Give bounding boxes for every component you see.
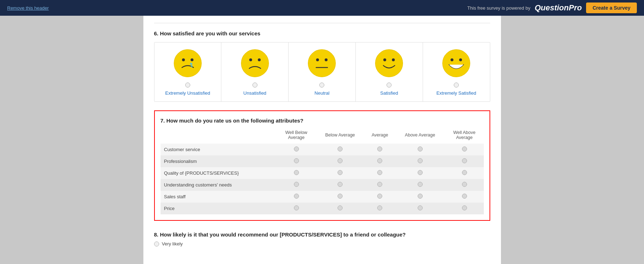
radio-r5-c4[interactable] [462, 205, 467, 210]
svg-point-17 [459, 58, 462, 61]
radio-r3-c1[interactable] [338, 182, 343, 187]
cell-r3-c2[interactable] [365, 179, 395, 191]
radio-satisfied[interactable] [387, 83, 392, 88]
radio-r2-c0[interactable] [294, 170, 299, 175]
radio-r3-c0[interactable] [294, 182, 299, 187]
radio-r1-c3[interactable] [418, 158, 423, 163]
cell-r3-c0[interactable] [277, 179, 315, 191]
question-8-label: 8. How likely is it that you would recom… [154, 231, 490, 238]
radio-r0-c4[interactable] [462, 146, 467, 151]
smiley-unsatisfied[interactable]: Unsatisfied [221, 43, 289, 101]
svg-point-14 [392, 58, 395, 61]
cell-r4-c1[interactable] [315, 191, 365, 203]
radio-r1-c1[interactable] [338, 158, 343, 163]
table-header-row: Well BelowAverage Below Average Average … [161, 129, 484, 144]
radio-r4-c2[interactable] [377, 194, 382, 199]
radio-r3-c4[interactable] [462, 182, 467, 187]
question-7-label: 7. How much do you rate us on the follow… [161, 118, 484, 124]
radio-r0-c3[interactable] [418, 146, 423, 151]
svg-point-13 [383, 58, 386, 61]
radio-r0-c0[interactable] [294, 146, 299, 151]
cell-r4-c2[interactable] [365, 191, 395, 203]
radio-r2-c3[interactable] [418, 170, 423, 175]
radio-r4-c4[interactable] [462, 194, 467, 199]
svg-point-0 [174, 50, 201, 77]
radio-r5-c2[interactable] [377, 205, 382, 210]
radio-r1-c4[interactable] [462, 158, 467, 163]
smiley-satisfied[interactable]: Satisfied [356, 43, 423, 101]
cell-r2-c2[interactable] [365, 167, 395, 179]
cell-r0-c0[interactable] [277, 144, 315, 155]
cell-r2-c0[interactable] [277, 167, 315, 179]
q8-option-very-likely[interactable]: Very likely [154, 241, 490, 246]
radio-extremely-satisfied[interactable] [454, 83, 459, 88]
cell-r4-c3[interactable] [395, 191, 445, 203]
table-row: Customer service [161, 144, 484, 155]
cell-r4-c0[interactable] [277, 191, 315, 203]
cell-r1-c1[interactable] [315, 155, 365, 167]
crying-face-icon [173, 49, 202, 78]
cell-r3-c4[interactable] [445, 179, 484, 191]
q8-option-label: Very likely [162, 241, 183, 246]
radio-very-likely[interactable] [154, 241, 159, 246]
header-bar: Remove this header This free survey is p… [0, 0, 644, 16]
label-neutral: Neutral [315, 90, 330, 96]
radio-r2-c1[interactable] [338, 170, 343, 175]
remove-header-link[interactable]: Remove this header [7, 5, 49, 11]
cell-r2-c1[interactable] [315, 167, 365, 179]
radio-r2-c2[interactable] [377, 170, 382, 175]
radio-r1-c0[interactable] [294, 158, 299, 163]
create-survey-button[interactable]: Create a Survey [586, 3, 637, 13]
cell-r5-c0[interactable] [277, 203, 315, 214]
radio-r2-c4[interactable] [462, 170, 467, 175]
cell-r3-c1[interactable] [315, 179, 365, 191]
cell-r1-c0[interactable] [277, 155, 315, 167]
brand-name: QuestionPro [535, 3, 582, 13]
cell-r1-c2[interactable] [365, 155, 395, 167]
svg-point-6 [249, 58, 252, 61]
radio-r3-c3[interactable] [418, 182, 423, 187]
cell-r0-c1[interactable] [315, 144, 365, 155]
cell-r1-c4[interactable] [445, 155, 484, 167]
svg-point-5 [241, 50, 269, 77]
cell-r5-c1[interactable] [315, 203, 365, 214]
smiley-extremely-satisfied[interactable]: Extremely Satisfied [423, 43, 490, 101]
main-content: 6. How satisfied are you with our servic… [143, 16, 501, 264]
radio-r5-c3[interactable] [418, 205, 423, 210]
radio-unsatisfied[interactable] [252, 83, 257, 88]
powered-text: This free survey is powered by [467, 5, 530, 11]
cell-r3-c3[interactable] [395, 179, 445, 191]
radio-extremely-unsatisfied[interactable] [185, 83, 190, 88]
big-smile-icon [442, 49, 471, 78]
svg-point-4 [191, 65, 193, 68]
row-label-3: Understanding customers' needs [161, 179, 277, 191]
cell-r0-c4[interactable] [445, 144, 484, 155]
cell-r1-c3[interactable] [395, 155, 445, 167]
svg-point-10 [325, 58, 328, 61]
radio-r5-c0[interactable] [294, 205, 299, 210]
cell-r2-c4[interactable] [445, 167, 484, 179]
rating-table: Well BelowAverage Below Average Average … [161, 129, 484, 214]
radio-r5-c1[interactable] [338, 205, 343, 210]
smiley-neutral[interactable]: Neutral [289, 43, 356, 101]
cell-r0-c2[interactable] [365, 144, 395, 155]
radio-r4-c0[interactable] [294, 194, 299, 199]
radio-neutral[interactable] [319, 83, 324, 88]
row-label-4: Sales staff [161, 191, 277, 203]
radio-r1-c2[interactable] [377, 158, 382, 163]
smiley-extremely-unsatisfied[interactable]: Extremely Unsatisfied [154, 43, 222, 101]
radio-r0-c1[interactable] [338, 146, 343, 151]
cell-r5-c2[interactable] [365, 203, 395, 214]
radio-r4-c3[interactable] [418, 194, 423, 199]
cell-r5-c3[interactable] [395, 203, 445, 214]
radio-r3-c2[interactable] [377, 182, 382, 187]
cell-r2-c3[interactable] [395, 167, 445, 179]
cell-r4-c4[interactable] [445, 191, 484, 203]
col-header-below: Below Average [315, 129, 365, 144]
row-label-0: Customer service [161, 144, 277, 155]
radio-r0-c2[interactable] [377, 146, 382, 151]
svg-point-1 [182, 58, 185, 61]
radio-r4-c1[interactable] [338, 194, 343, 199]
cell-r5-c4[interactable] [445, 203, 484, 214]
cell-r0-c3[interactable] [395, 144, 445, 155]
